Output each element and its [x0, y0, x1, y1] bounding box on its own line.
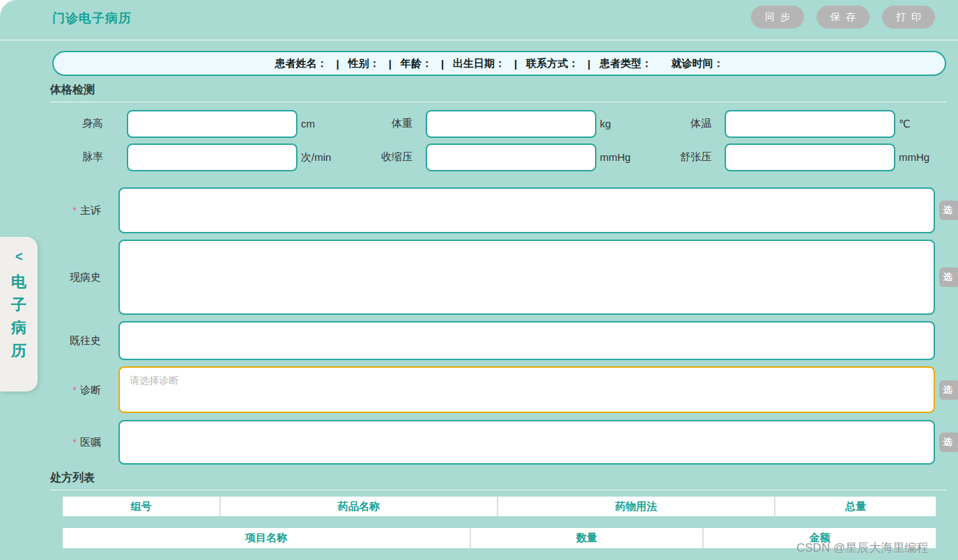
unit-label: ℃ [899, 118, 911, 130]
app-background: 门诊电子病历 同步保存打印 患者姓名：|性别：|年龄：|出生日期：|联系方式：|… [0, 0, 958, 560]
watermark: CSDN @星辰大海里编程 [796, 540, 928, 556]
side-tab-emr[interactable]: <电子病历 [0, 237, 38, 391]
patient-field: 性别： [348, 57, 380, 70]
temperature-input[interactable] [725, 110, 895, 138]
field-label-past-history: 既往史 [38, 334, 101, 348]
field-label-present-illness: 现病史 [38, 271, 101, 284]
patient-field: 就诊时间： [672, 57, 724, 70]
unit-label: mmHg [899, 151, 929, 163]
patient-field: 患者类型： [600, 57, 652, 70]
required-marker: * [72, 436, 77, 448]
weight-input[interactable] [426, 110, 596, 138]
section-title-prescription: 处方列表 [50, 471, 95, 485]
column-header: 组号 [63, 497, 221, 516]
form-row-past-history: 既往史 [0, 321, 958, 360]
column-header: 项目名称 [63, 528, 471, 548]
select-button-chief-complaint[interactable]: 选 [939, 201, 958, 220]
patient-field: 出生日期： [453, 57, 505, 70]
side-tab-label-char: 子 [11, 293, 26, 316]
field-label-diagnosis: *诊断 [38, 383, 101, 396]
pulse-input[interactable] [127, 143, 298, 171]
height-input[interactable] [127, 110, 298, 138]
field-separator: | [389, 58, 392, 70]
field-label-medical-advice: *医嘱 [38, 436, 101, 449]
past-history-textarea[interactable] [118, 321, 935, 360]
prescription-table-header: 组号药品名称药物用法总量 [63, 497, 936, 516]
side-tab-label-char: 病 [11, 316, 26, 339]
field-separator: | [587, 58, 590, 70]
diagnosis-textarea[interactable] [118, 366, 935, 413]
form-row-chief-complaint: *主诉选 [0, 187, 958, 233]
section-divider [50, 102, 946, 102]
required-marker: * [72, 383, 77, 395]
field-label-chief-complaint: *主诉 [38, 204, 101, 217]
page-title: 门诊电子病历 [52, 10, 132, 26]
vital-label: 身高 [13, 117, 103, 130]
present-illness-textarea[interactable] [118, 240, 935, 315]
diastolic-pressure-input[interactable] [725, 143, 895, 171]
side-tab-label-char: 历 [11, 339, 26, 362]
form-row-present-illness: 现病史选 [0, 240, 958, 315]
patient-field: 年龄： [401, 57, 432, 70]
side-tab-label-char: 电 [11, 270, 26, 293]
column-header: 数量 [471, 528, 704, 548]
vital-label: 体重 [322, 117, 412, 130]
field-separator: | [514, 58, 517, 70]
section-divider [50, 490, 946, 490]
select-button-medical-advice[interactable]: 选 [939, 433, 958, 452]
patient-field: 联系方式： [526, 57, 578, 70]
field-separator: | [336, 58, 339, 70]
patient-field: 患者姓名： [275, 57, 327, 70]
systolic-pressure-input[interactable] [426, 143, 596, 171]
sync-button[interactable]: 同步 [751, 6, 804, 29]
column-header: 药品名称 [221, 497, 498, 516]
section-title-physical-exam: 体格检测 [50, 83, 95, 98]
field-separator: | [441, 58, 444, 70]
chief-complaint-textarea[interactable] [118, 187, 935, 233]
unit-label: cm [301, 118, 315, 130]
select-button-present-illness[interactable]: 选 [939, 267, 958, 287]
select-button-diagnosis[interactable]: 选 [939, 380, 958, 400]
column-header: 药物用法 [498, 497, 775, 516]
medical-advice-textarea[interactable] [118, 420, 935, 465]
print-button[interactable]: 打印 [882, 6, 935, 29]
vital-label: 舒张压 [621, 150, 711, 164]
vital-label: 脉率 [13, 150, 103, 164]
collapse-left-icon[interactable]: < [15, 245, 22, 270]
form-row-medical-advice: *医嘱选 [0, 420, 958, 465]
column-header: 总量 [775, 497, 936, 516]
required-marker: * [72, 204, 77, 216]
save-button[interactable]: 保存 [817, 6, 870, 29]
patient-info-bar: 患者姓名：|性别：|年龄：|出生日期：|联系方式：|患者类型：就诊时间： [52, 51, 946, 76]
vital-label: 体温 [621, 117, 711, 130]
form-row-diagnosis: *诊断选 [0, 366, 958, 413]
header-buttons: 同步保存打印 [751, 6, 935, 29]
unit-label: kg [600, 118, 611, 130]
vital-label: 收缩压 [322, 150, 412, 164]
header-divider [0, 40, 958, 40]
